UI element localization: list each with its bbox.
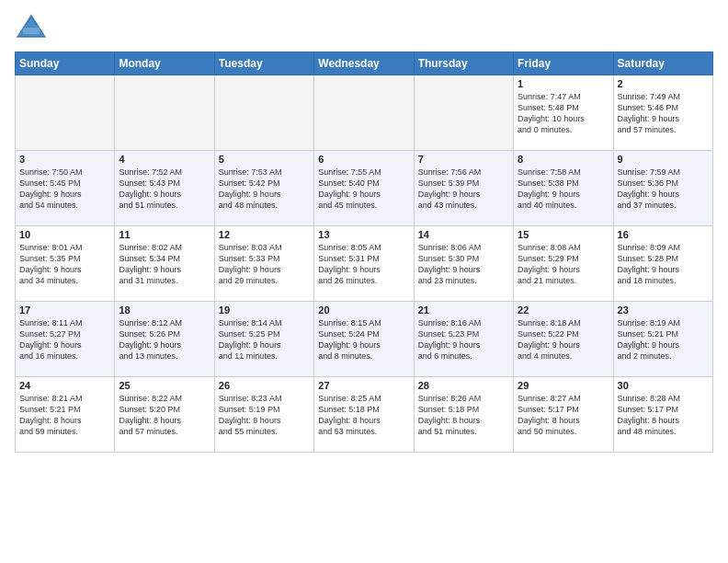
calendar-cell: 7Sunrise: 7:56 AM Sunset: 5:39 PM Daylig… [414,151,513,226]
day-number: 26 [219,380,310,391]
calendar-week-4: 24Sunrise: 8:21 AM Sunset: 5:21 PM Dayli… [16,377,713,453]
day-number: 17 [19,304,110,316]
calendar-cell: 5Sunrise: 7:53 AM Sunset: 5:42 PM Daylig… [214,151,313,226]
calendar-cell: 4Sunrise: 7:52 AM Sunset: 5:43 PM Daylig… [115,151,214,226]
day-number: 23 [618,304,709,316]
day-details: Sunrise: 7:52 AM Sunset: 5:43 PM Dayligh… [119,167,210,212]
calendar-cell: 21Sunrise: 8:16 AM Sunset: 5:23 PM Dayli… [414,302,513,377]
day-details: Sunrise: 8:26 AM Sunset: 5:18 PM Dayligh… [418,393,509,438]
calendar-cell: 6Sunrise: 7:55 AM Sunset: 5:40 PM Daylig… [314,151,414,226]
day-details: Sunrise: 7:47 AM Sunset: 5:48 PM Dayligh… [518,91,609,136]
calendar-cell: 24Sunrise: 8:21 AM Sunset: 5:21 PM Dayli… [16,377,115,453]
day-details: Sunrise: 8:02 AM Sunset: 5:34 PM Dayligh… [119,242,210,287]
calendar-header-row: SundayMondayTuesdayWednesdayThursdayFrid… [16,52,713,75]
day-number: 16 [618,229,709,240]
day-number: 8 [518,154,609,165]
day-details: Sunrise: 8:05 AM Sunset: 5:31 PM Dayligh… [318,242,409,287]
day-details: Sunrise: 8:25 AM Sunset: 5:18 PM Dayligh… [318,393,409,438]
calendar-cell: 8Sunrise: 7:58 AM Sunset: 5:38 PM Daylig… [514,151,613,226]
day-number: 11 [119,229,210,240]
calendar-header-sunday: Sunday [16,52,115,75]
day-number: 20 [318,304,409,316]
day-details: Sunrise: 8:12 AM Sunset: 5:26 PM Dayligh… [119,317,210,362]
calendar-cell: 17Sunrise: 8:11 AM Sunset: 5:27 PM Dayli… [16,302,115,377]
calendar-cell: 14Sunrise: 8:06 AM Sunset: 5:30 PM Dayli… [414,226,513,302]
calendar-header-friday: Friday [514,52,613,75]
svg-rect-2 [23,28,40,34]
calendar-cell [115,75,214,151]
page: SundayMondayTuesdayWednesdayThursdayFrid… [0,0,728,563]
day-number: 15 [518,229,609,240]
day-number: 9 [618,154,709,165]
day-details: Sunrise: 8:08 AM Sunset: 5:29 PM Dayligh… [518,242,609,287]
day-number: 30 [618,380,709,391]
calendar-cell: 2Sunrise: 7:49 AM Sunset: 5:46 PM Daylig… [613,75,712,151]
day-number: 25 [119,380,210,391]
logo-icon [15,11,48,44]
calendar-header-wednesday: Wednesday [314,52,414,75]
day-details: Sunrise: 7:58 AM Sunset: 5:38 PM Dayligh… [518,167,609,212]
day-number: 13 [318,229,409,240]
day-number: 19 [219,304,310,316]
calendar: SundayMondayTuesdayWednesdayThursdayFrid… [15,52,713,453]
day-details: Sunrise: 8:21 AM Sunset: 5:21 PM Dayligh… [19,393,110,438]
day-details: Sunrise: 8:09 AM Sunset: 5:28 PM Dayligh… [618,242,709,287]
calendar-cell: 19Sunrise: 8:14 AM Sunset: 5:25 PM Dayli… [214,302,313,377]
day-details: Sunrise: 7:55 AM Sunset: 5:40 PM Dayligh… [318,167,409,212]
day-number: 6 [318,154,409,165]
calendar-cell: 29Sunrise: 8:27 AM Sunset: 5:17 PM Dayli… [514,377,613,453]
calendar-header-saturday: Saturday [613,52,712,75]
calendar-cell [414,75,513,151]
calendar-cell [314,75,414,151]
calendar-cell: 12Sunrise: 8:03 AM Sunset: 5:33 PM Dayli… [214,226,313,302]
calendar-cell [16,75,115,151]
calendar-cell: 27Sunrise: 8:25 AM Sunset: 5:18 PM Dayli… [314,377,414,453]
calendar-cell: 23Sunrise: 8:19 AM Sunset: 5:21 PM Dayli… [613,302,712,377]
calendar-week-2: 10Sunrise: 8:01 AM Sunset: 5:35 PM Dayli… [16,226,713,302]
day-details: Sunrise: 8:23 AM Sunset: 5:19 PM Dayligh… [219,393,310,438]
calendar-cell: 13Sunrise: 8:05 AM Sunset: 5:31 PM Dayli… [314,226,414,302]
day-number: 14 [418,229,509,240]
day-number: 2 [618,78,709,89]
day-details: Sunrise: 8:16 AM Sunset: 5:23 PM Dayligh… [418,317,509,362]
day-details: Sunrise: 8:18 AM Sunset: 5:22 PM Dayligh… [518,317,609,362]
calendar-cell: 20Sunrise: 8:15 AM Sunset: 5:24 PM Dayli… [314,302,414,377]
day-details: Sunrise: 8:27 AM Sunset: 5:17 PM Dayligh… [518,393,609,438]
day-number: 10 [19,229,110,240]
day-number: 28 [418,380,509,391]
day-number: 7 [418,154,509,165]
calendar-cell [214,75,313,151]
calendar-cell: 16Sunrise: 8:09 AM Sunset: 5:28 PM Dayli… [613,226,712,302]
day-number: 4 [119,154,210,165]
calendar-cell: 3Sunrise: 7:50 AM Sunset: 5:45 PM Daylig… [16,151,115,226]
calendar-cell: 26Sunrise: 8:23 AM Sunset: 5:19 PM Dayli… [214,377,313,453]
day-details: Sunrise: 8:11 AM Sunset: 5:27 PM Dayligh… [19,317,110,362]
day-number: 1 [518,78,609,89]
day-details: Sunrise: 8:15 AM Sunset: 5:24 PM Dayligh… [318,317,409,362]
calendar-cell: 22Sunrise: 8:18 AM Sunset: 5:22 PM Dayli… [514,302,613,377]
calendar-cell: 11Sunrise: 8:02 AM Sunset: 5:34 PM Dayli… [115,226,214,302]
day-number: 12 [219,229,310,240]
calendar-week-1: 3Sunrise: 7:50 AM Sunset: 5:45 PM Daylig… [16,151,713,226]
calendar-cell: 18Sunrise: 8:12 AM Sunset: 5:26 PM Dayli… [115,302,214,377]
day-details: Sunrise: 8:01 AM Sunset: 5:35 PM Dayligh… [19,242,110,287]
calendar-cell: 25Sunrise: 8:22 AM Sunset: 5:20 PM Dayli… [115,377,214,453]
day-details: Sunrise: 8:14 AM Sunset: 5:25 PM Dayligh… [219,317,310,362]
day-details: Sunrise: 7:50 AM Sunset: 5:45 PM Dayligh… [19,167,110,212]
logo [15,11,53,44]
day-number: 5 [219,154,310,165]
day-number: 24 [19,380,110,391]
day-details: Sunrise: 7:53 AM Sunset: 5:42 PM Dayligh… [219,167,310,212]
calendar-header-thursday: Thursday [414,52,513,75]
calendar-cell: 1Sunrise: 7:47 AM Sunset: 5:48 PM Daylig… [514,75,613,151]
day-number: 29 [518,380,609,391]
day-number: 21 [418,304,509,316]
day-number: 22 [518,304,609,316]
calendar-cell: 30Sunrise: 8:28 AM Sunset: 5:17 PM Dayli… [613,377,712,453]
calendar-cell: 15Sunrise: 8:08 AM Sunset: 5:29 PM Dayli… [514,226,613,302]
day-details: Sunrise: 8:06 AM Sunset: 5:30 PM Dayligh… [418,242,509,287]
day-number: 27 [318,380,409,391]
calendar-week-3: 17Sunrise: 8:11 AM Sunset: 5:27 PM Dayli… [16,302,713,377]
day-details: Sunrise: 8:28 AM Sunset: 5:17 PM Dayligh… [618,393,709,438]
calendar-header-tuesday: Tuesday [214,52,313,75]
